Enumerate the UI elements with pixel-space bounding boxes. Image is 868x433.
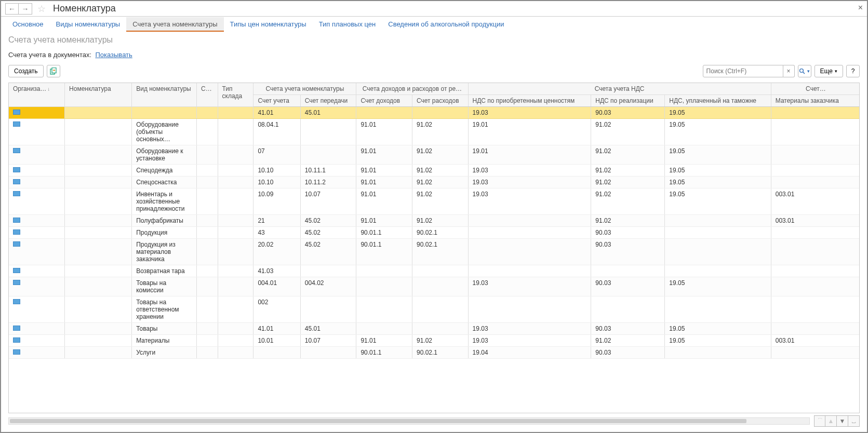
col-type[interactable]: Вид номенклатуры bbox=[132, 83, 197, 107]
colgroup-income[interactable]: Счета доходов и расходов от ре… bbox=[356, 83, 468, 95]
table-row[interactable]: Услуги90.01.190.02.119.0490.03 bbox=[9, 347, 860, 359]
magnifier-icon bbox=[799, 68, 805, 74]
scroll-down-button[interactable]: ▼ bbox=[837, 415, 848, 427]
record-icon bbox=[13, 299, 20, 304]
col-organization[interactable]: Организа…↓ bbox=[9, 83, 65, 107]
search-clear-button[interactable]: × bbox=[783, 65, 795, 77]
colgroup-nds[interactable]: Счета учета НДС bbox=[468, 83, 771, 95]
col-nomenclature[interactable]: Номенклатура bbox=[65, 83, 132, 107]
header-bar: ← → ☆ Номенклатура × bbox=[1, 1, 867, 17]
colgroup-last[interactable]: Счет… bbox=[771, 83, 860, 95]
record-icon bbox=[13, 326, 20, 331]
record-icon bbox=[13, 349, 20, 355]
col-s[interactable]: С… bbox=[197, 83, 218, 107]
col-nds-purchase[interactable]: НДС по приобретенным ценностям bbox=[468, 95, 591, 107]
tab-3[interactable]: Типы цен номенклатуры bbox=[224, 17, 313, 32]
col-materials[interactable]: Материалы заказчика bbox=[771, 95, 860, 107]
scroll-top-button[interactable]: ⎴ bbox=[814, 415, 825, 427]
col-transfer[interactable]: Счет передачи bbox=[300, 95, 356, 107]
filter-prefix: Счета учета в документах: bbox=[8, 51, 91, 59]
clone-icon: + bbox=[50, 67, 57, 75]
scroll-bottom-button[interactable]: ⎵ bbox=[848, 415, 860, 427]
search-input[interactable] bbox=[703, 65, 783, 77]
svg-text:+: + bbox=[52, 68, 55, 73]
filter-link[interactable]: Показывать bbox=[95, 51, 132, 59]
toolbar: Создать + × ▾ Еще▾ ? bbox=[1, 63, 867, 79]
footer-bar: ⎴ ▲ ▼ ⎵ bbox=[8, 414, 860, 428]
col-warehouse-type[interactable]: Тип склада bbox=[218, 83, 253, 107]
subtitle: Счета учета номенклатуры bbox=[1, 32, 867, 47]
svg-point-3 bbox=[800, 69, 804, 73]
table-row[interactable]: Спецоснастка10.1010.11.291.0191.0219.039… bbox=[9, 177, 860, 188]
record-icon bbox=[13, 229, 20, 235]
col-income[interactable]: Счет доходов bbox=[356, 95, 412, 107]
table-row[interactable]: Оборудование к установке0791.0191.0219.0… bbox=[9, 145, 860, 165]
table-row[interactable]: 41.0145.0119.0390.0319.05 bbox=[9, 107, 860, 119]
record-icon bbox=[13, 218, 20, 223]
record-icon bbox=[13, 121, 20, 127]
tab-5[interactable]: Сведения об алкогольной продукции bbox=[382, 17, 510, 32]
page-title: Номенклатура bbox=[53, 3, 116, 14]
table-row[interactable]: Продукция4345.0290.01.190.02.190.03 bbox=[9, 227, 860, 239]
more-button[interactable]: Еще▾ bbox=[814, 65, 843, 77]
record-icon bbox=[13, 179, 20, 184]
scroll-up-button[interactable]: ▲ bbox=[825, 415, 837, 427]
table-row[interactable]: Товары на комиссии004.01004.0219.0390.03… bbox=[9, 277, 860, 296]
more-label: Еще bbox=[820, 67, 833, 75]
table-row[interactable]: Товары на ответственном хранении002 bbox=[9, 296, 860, 323]
svg-line-4 bbox=[803, 72, 805, 74]
table-row[interactable]: Оборудование (объекты основных…08.04.191… bbox=[9, 119, 860, 145]
tab-2[interactable]: Счета учета номенклатуры bbox=[126, 17, 223, 32]
record-icon bbox=[13, 241, 20, 247]
col-nds-sale[interactable]: НДС по реализации bbox=[591, 95, 665, 107]
record-icon bbox=[13, 110, 20, 115]
table-row[interactable]: Возвратная тара41.03 bbox=[9, 265, 860, 277]
close-icon[interactable]: × bbox=[858, 3, 863, 12]
accounts-table: Организа…↓ Номенклатура Вид номенклатуры… bbox=[9, 83, 860, 359]
col-nds-customs[interactable]: НДС, уплаченный на таможне bbox=[665, 95, 771, 107]
table-row[interactable]: Товары41.0145.0119.0390.0319.05 bbox=[9, 323, 860, 335]
table-row[interactable]: Полуфабрикаты2145.0291.0191.0291.02003.0… bbox=[9, 215, 860, 227]
horizontal-scrollbar[interactable] bbox=[8, 417, 810, 425]
advanced-search-button[interactable]: ▾ bbox=[798, 65, 811, 77]
record-icon bbox=[13, 191, 20, 196]
favorite-icon[interactable]: ☆ bbox=[37, 3, 48, 15]
tab-4[interactable]: Тип плановых цен bbox=[313, 17, 382, 32]
table-wrap[interactable]: Организа…↓ Номенклатура Вид номенклатуры… bbox=[8, 83, 860, 413]
tab-0[interactable]: Основное bbox=[6, 17, 50, 32]
tab-1[interactable]: Виды номенклатуры bbox=[50, 17, 127, 32]
record-icon bbox=[13, 268, 20, 273]
create-button[interactable]: Создать bbox=[8, 65, 44, 77]
colgroup-accounts[interactable]: Счета учета номенклатуры bbox=[253, 83, 356, 95]
filter-line: Счета учета в документах: Показывать bbox=[1, 47, 867, 63]
nav-back-button[interactable]: ← bbox=[5, 3, 19, 15]
clone-button[interactable]: + bbox=[47, 65, 60, 77]
table-row[interactable]: Материалы10.0110.0791.0191.0219.0391.021… bbox=[9, 335, 860, 347]
record-icon bbox=[13, 337, 20, 343]
table-row[interactable]: Продукция из материалов заказчика20.0245… bbox=[9, 239, 860, 265]
col-expense[interactable]: Счет расходов bbox=[412, 95, 468, 107]
record-icon bbox=[13, 148, 20, 153]
nav-forward-button[interactable]: → bbox=[19, 3, 32, 15]
table-row[interactable]: Спецодежда10.1010.11.191.0191.0219.0391.… bbox=[9, 165, 860, 177]
help-button[interactable]: ? bbox=[846, 65, 860, 77]
record-icon bbox=[13, 167, 20, 172]
record-icon bbox=[13, 280, 20, 285]
col-account[interactable]: Счет учета bbox=[253, 95, 300, 107]
tabs: ОсновноеВиды номенклатурыСчета учета ном… bbox=[1, 17, 867, 32]
table-row[interactable]: Инвентарь и хозяйственные принадлежности… bbox=[9, 188, 860, 215]
